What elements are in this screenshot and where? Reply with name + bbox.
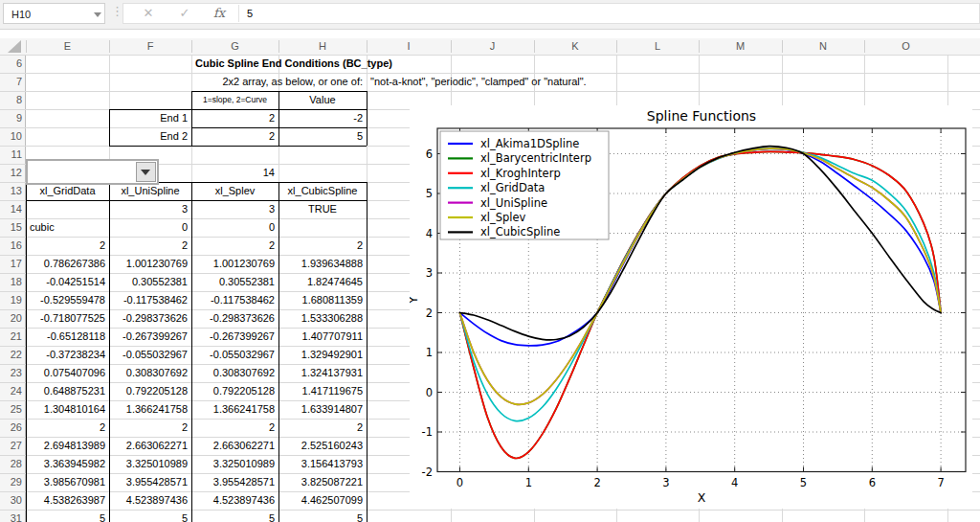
column-header-F[interactable]: F (109, 38, 191, 55)
spline-chart[interactable]: 01234567-2-10123456Spline FunctionsXYxl_… (410, 105, 972, 509)
row-header-6[interactable]: 6 (0, 55, 22, 73)
row-header-27[interactable]: 27 (0, 437, 22, 455)
cell-G27[interactable]: 2.663062271 (191, 437, 278, 455)
cell-H14[interactable]: TRUE (278, 200, 367, 218)
cell-F16[interactable]: 2 (109, 237, 191, 255)
name-box-dropdown-icon[interactable] (94, 12, 101, 17)
cell-F23[interactable]: 0.308307692 (109, 364, 191, 382)
cell-H18[interactable]: 1.82474645 (278, 273, 367, 291)
cell-G25[interactable]: 1.366241758 (191, 400, 278, 419)
cell-G23[interactable]: 0.308307692 (191, 364, 278, 382)
cell-E25[interactable]: 1.304810164 (26, 400, 109, 419)
cell-F27[interactable]: 2.663062271 (109, 437, 191, 455)
cell-H22[interactable]: 1.329492901 (278, 346, 367, 364)
cell-F30[interactable]: 4.523897436 (109, 491, 191, 510)
cell-G12[interactable]: 14 (191, 164, 278, 182)
cell-G6[interactable]: Cubic Spline End Conditions (BC_type) (191, 55, 451, 73)
row-header-10[interactable]: 10 (0, 127, 22, 146)
row-header-13[interactable]: 13 (0, 182, 22, 200)
column-header-N[interactable]: N (782, 38, 864, 55)
bc-type-dropdown[interactable] (26, 159, 159, 185)
cell-H21[interactable]: 1.407707911 (278, 328, 367, 346)
cell-H16[interactable]: 2 (278, 237, 367, 255)
column-header-K[interactable]: K (534, 38, 616, 55)
cell-G30[interactable]: 4.523897436 (191, 491, 278, 510)
dropdown-button[interactable] (136, 162, 156, 182)
cell-F28[interactable]: 3.325010989 (109, 455, 191, 473)
column-header-E[interactable]: E (26, 38, 109, 55)
cell-F21[interactable]: -0.267399267 (109, 328, 191, 346)
row-header-17[interactable]: 17 (0, 255, 22, 273)
column-header-M[interactable]: M (699, 38, 782, 55)
cell-F22[interactable]: -0.055032967 (109, 346, 191, 364)
cell-E29[interactable]: 3.985670981 (26, 473, 109, 491)
cell-F25[interactable]: 1.366241758 (109, 400, 191, 419)
row-header-25[interactable]: 25 (0, 400, 22, 419)
row-header-14[interactable]: 14 (0, 200, 22, 218)
cell-E16[interactable]: 2 (26, 237, 109, 255)
cell-G18[interactable]: 0.30552381 (191, 273, 278, 291)
cell-E18[interactable]: -0.04251514 (26, 273, 109, 291)
row-header-11[interactable]: 11 (0, 146, 22, 164)
cell-F31[interactable]: 5 (109, 510, 191, 522)
cell-E28[interactable]: 3.363945982 (26, 455, 109, 473)
cell-F14[interactable]: 3 (109, 200, 191, 218)
cell-F10[interactable]: End 2 (109, 127, 191, 146)
cell-E22[interactable]: -0.37238234 (26, 346, 109, 364)
cell-E26[interactable]: 2 (26, 419, 109, 437)
cell-H19[interactable]: 1.680811359 (278, 291, 367, 309)
cell-E19[interactable]: -0.529559478 (26, 291, 109, 309)
row-header-19[interactable]: 19 (0, 291, 22, 309)
cell-F9[interactable]: End 1 (109, 109, 191, 127)
cell-G15[interactable]: 0 (191, 218, 278, 237)
cell-E20[interactable]: -0.718077525 (26, 309, 109, 328)
column-header-G[interactable]: G (191, 38, 278, 55)
row-header-22[interactable]: 22 (0, 346, 22, 364)
cell-H8[interactable]: Value (278, 91, 367, 109)
column-header-O[interactable]: O (864, 38, 947, 55)
cell-H31[interactable]: 5 (278, 510, 367, 522)
cell-G29[interactable]: 3.955428571 (191, 473, 278, 491)
cancel-icon[interactable]: ✕ (134, 3, 163, 24)
cell-G9[interactable]: 2 (191, 109, 278, 127)
cell-F19[interactable]: -0.117538462 (109, 291, 191, 309)
cell-H25[interactable]: 1.633914807 (278, 400, 367, 419)
cell-F15[interactable]: 0 (109, 218, 191, 237)
cell-G19[interactable]: -0.117538462 (191, 291, 278, 309)
cell-H29[interactable]: 3.825087221 (278, 473, 367, 491)
column-header-J[interactable]: J (451, 38, 534, 55)
cell-G8[interactable]: 1=slope, 2=Curve (191, 91, 278, 109)
row-header-26[interactable]: 26 (0, 419, 22, 437)
cell-H20[interactable]: 1.533306288 (278, 309, 367, 328)
cell-F24[interactable]: 0.792205128 (109, 382, 191, 400)
row-header-7[interactable]: 7 (0, 73, 22, 91)
cell-F26[interactable]: 2 (109, 419, 191, 437)
cell-E15[interactable]: cubic (26, 218, 109, 237)
cell-G10[interactable]: 2 (191, 127, 278, 146)
cell-E31[interactable]: 5 (26, 510, 109, 522)
row-header-8[interactable]: 8 (0, 91, 22, 109)
cell-G14[interactable]: 3 (191, 200, 278, 218)
cell-H28[interactable]: 3.156413793 (278, 455, 367, 473)
row-header-20[interactable]: 20 (0, 309, 22, 328)
row-header-16[interactable]: 16 (0, 237, 22, 255)
select-all-button[interactable] (8, 40, 21, 53)
row-header-24[interactable]: 24 (0, 382, 22, 400)
row-header-23[interactable]: 23 (0, 364, 22, 382)
cell-F29[interactable]: 3.955428571 (109, 473, 191, 491)
cell-F20[interactable]: -0.298373626 (109, 309, 191, 328)
cell-G16[interactable]: 2 (191, 237, 278, 255)
row-header-15[interactable]: 15 (0, 218, 22, 237)
cell-H17[interactable]: 1.939634888 (278, 255, 367, 273)
cell-H26[interactable]: 2 (278, 419, 367, 437)
cell-F17[interactable]: 1.001230769 (109, 255, 191, 273)
cell-H23[interactable]: 1.324137931 (278, 364, 367, 382)
column-header-L[interactable]: L (616, 38, 699, 55)
cell-G31[interactable]: 5 (191, 510, 278, 522)
name-box[interactable]: H10 (3, 3, 105, 24)
row-header-18[interactable]: 18 (0, 273, 22, 291)
cell-G24[interactable]: 0.792205128 (191, 382, 278, 400)
cell-I7[interactable]: "not-a-knot", "periodic", "clamped" or "… (367, 73, 699, 91)
cell-F18[interactable]: 0.30552381 (109, 273, 191, 291)
row-header-21[interactable]: 21 (0, 328, 22, 346)
